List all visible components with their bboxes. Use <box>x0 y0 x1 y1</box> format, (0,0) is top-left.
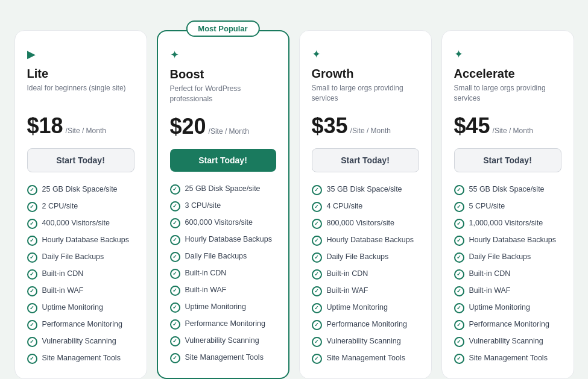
popular-badge: Most Popular <box>186 20 259 37</box>
check-icon <box>454 219 464 229</box>
check-icon <box>454 354 464 364</box>
check-icon <box>170 319 180 330</box>
plan-icon-growth: ✦ <box>312 48 419 61</box>
feature-text: Hourly Database Backups <box>185 234 273 245</box>
check-icon <box>454 185 464 195</box>
cta-button-accelerate[interactable]: Start Today! <box>454 148 561 172</box>
check-icon <box>170 302 180 313</box>
feature-item: Built-in CDN <box>170 268 276 279</box>
feature-item: Site Management Tools <box>312 353 419 364</box>
features-list-accelerate: 55 GB Disk Space/site 5 CPU/site 1,000,0… <box>454 184 561 364</box>
check-icon <box>312 219 322 229</box>
check-icon <box>170 184 180 195</box>
check-icon <box>454 269 464 280</box>
cta-button-lite[interactable]: Start Today! <box>27 148 134 172</box>
price-amount-boost: $20 <box>170 114 206 139</box>
feature-text: 25 GB Disk Space/site <box>185 184 261 195</box>
check-icon <box>454 236 464 246</box>
feature-text: Uptime Monitoring <box>42 302 103 313</box>
feature-text: Performance Monitoring <box>42 319 122 330</box>
feature-item: Site Management Tools <box>170 352 276 363</box>
feature-text: Site Management Tools <box>469 353 548 364</box>
check-icon <box>27 337 37 347</box>
feature-item: 3 CPU/site <box>170 201 276 211</box>
feature-text: 400,000 Visitors/site <box>42 218 110 229</box>
check-icon <box>312 185 322 195</box>
feature-text: Built-in CDN <box>42 269 84 280</box>
feature-text: 25 GB Disk Space/site <box>42 184 118 195</box>
check-icon <box>454 337 464 347</box>
feature-item: Built-in WAF <box>27 286 134 296</box>
pricing-section: ▶LiteIdeal for beginners (single site) $… <box>14 12 574 379</box>
feature-item: Uptime Monitoring <box>312 302 419 313</box>
feature-text: Daily File Backups <box>327 252 389 263</box>
cta-button-growth[interactable]: Start Today! <box>312 148 419 172</box>
check-icon <box>170 252 180 262</box>
feature-item: 25 GB Disk Space/site <box>170 184 276 195</box>
feature-text: Built-in WAF <box>469 286 511 296</box>
feature-text: Vulnerability Scanning <box>185 336 259 346</box>
feature-text: 2 CPU/site <box>42 201 78 212</box>
feature-item: 600,000 Visitors/site <box>170 218 276 228</box>
feature-text: Built-in WAF <box>327 286 368 296</box>
check-icon <box>312 303 322 313</box>
feature-text: Built-in CDN <box>185 268 227 279</box>
feature-text: 800,000 Visitors/site <box>327 218 394 229</box>
feature-text: Uptime Monitoring <box>327 302 388 313</box>
feature-text: Hourly Database Backups <box>327 235 414 246</box>
check-icon <box>454 202 464 212</box>
plan-price-accelerate: $45 /Site / Month <box>454 113 561 139</box>
feature-item: Performance Monitoring <box>27 319 134 330</box>
features-list-growth: 35 GB Disk Space/site 4 CPU/site 800,000… <box>312 184 419 364</box>
check-icon <box>312 202 322 212</box>
feature-text: Hourly Database Backups <box>469 235 557 246</box>
feature-item: Built-in WAF <box>170 285 276 296</box>
feature-item: Vulnerability Scanning <box>454 336 561 347</box>
feature-item: Hourly Database Backups <box>312 235 419 246</box>
plan-card-growth: ✦GrowthSmall to large orgs providing ser… <box>299 30 432 379</box>
feature-text: 35 GB Disk Space/site <box>327 184 402 195</box>
feature-item: Uptime Monitoring <box>27 302 134 313</box>
check-icon <box>312 320 322 330</box>
feature-text: Built-in CDN <box>327 269 368 280</box>
cta-button-boost[interactable]: Start Today! <box>170 149 276 172</box>
feature-text: Built-in WAF <box>42 286 84 296</box>
feature-text: Built-in CDN <box>469 269 511 280</box>
price-period-lite: /Site / Month <box>66 127 106 135</box>
feature-item: 400,000 Visitors/site <box>27 218 134 229</box>
price-period-boost: /Site / Month <box>209 127 249 136</box>
plan-card-accelerate: ✦AccelerateSmall to large orgs providing… <box>441 30 574 379</box>
check-icon <box>170 269 180 279</box>
plan-icon-accelerate: ✦ <box>454 48 561 61</box>
plan-desc-growth: Small to large orgs providing services <box>312 83 419 104</box>
check-icon <box>454 286 464 296</box>
check-icon <box>27 286 37 296</box>
check-icon <box>312 236 322 246</box>
features-list-lite: 25 GB Disk Space/site 2 CPU/site 400,000… <box>27 184 134 364</box>
feature-item: Uptime Monitoring <box>170 302 276 313</box>
features-list-boost: 25 GB Disk Space/site 3 CPU/site 600,000… <box>170 184 276 363</box>
check-icon <box>27 354 37 364</box>
feature-text: 600,000 Visitors/site <box>185 218 253 228</box>
check-icon <box>27 185 37 195</box>
feature-item: 25 GB Disk Space/site <box>27 184 134 195</box>
feature-item: Hourly Database Backups <box>454 235 561 246</box>
check-icon <box>170 218 180 228</box>
feature-text: Uptime Monitoring <box>469 302 530 313</box>
plan-price-lite: $18 /Site / Month <box>27 113 134 139</box>
feature-text: Performance Monitoring <box>327 319 407 330</box>
price-amount-lite: $18 <box>27 113 63 139</box>
check-icon <box>27 320 37 330</box>
feature-item: 35 GB Disk Space/site <box>312 184 419 195</box>
check-icon <box>27 236 37 246</box>
feature-item: Built-in CDN <box>454 269 561 280</box>
feature-text: Site Management Tools <box>327 353 405 364</box>
feature-item: 1,000,000 Visitors/site <box>454 218 561 229</box>
feature-item: Built-in WAF <box>312 286 419 296</box>
check-icon <box>312 269 322 280</box>
plan-desc-accelerate: Small to large orgs providing services <box>454 83 561 104</box>
feature-text: Daily File Backups <box>42 252 104 263</box>
feature-item: Performance Monitoring <box>170 319 276 330</box>
feature-item: Uptime Monitoring <box>454 302 561 313</box>
plan-name-growth: Growth <box>312 67 419 81</box>
